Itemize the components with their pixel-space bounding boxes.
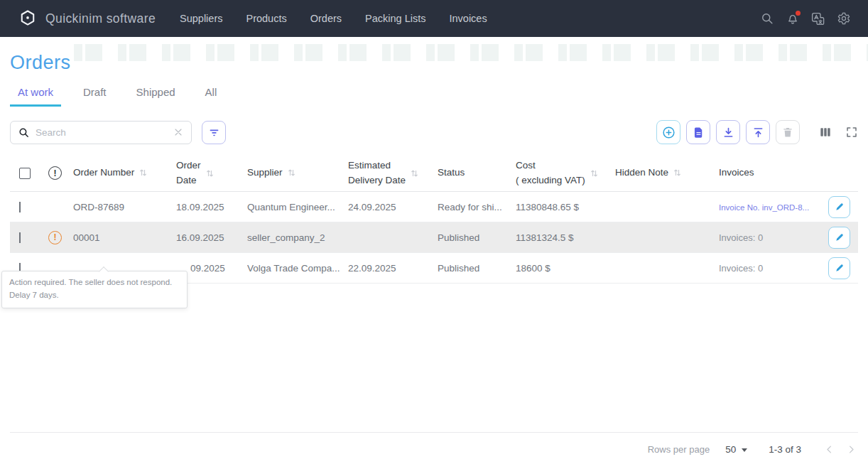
search-input[interactable] — [36, 127, 173, 138]
search-box — [10, 121, 192, 144]
supplier-cell: Volga Trade Compa... — [247, 263, 348, 274]
previous-page-button[interactable] — [824, 444, 835, 455]
nav-item-invoices[interactable]: Invoices — [449, 13, 487, 24]
tab-draft[interactable]: Draft — [75, 86, 114, 107]
pencil-icon — [834, 201, 845, 212]
orders-table: ! Order Number Order Date Supplier Estim… — [10, 155, 858, 284]
supplier-cell: Quantum Engineer... — [247, 202, 348, 212]
search-icon[interactable] — [759, 11, 774, 26]
invoices-count: Invoices: 0 — [719, 232, 763, 243]
column-status: Status — [438, 166, 516, 180]
nav-item-orders[interactable]: Orders — [310, 13, 342, 24]
trash-icon — [781, 126, 794, 139]
add-order-button[interactable] — [656, 120, 680, 144]
delete-button[interactable] — [776, 120, 800, 144]
gear-icon[interactable] — [836, 11, 851, 26]
upload-icon — [752, 126, 765, 139]
sort-icon[interactable] — [590, 169, 598, 178]
order-date-cell: 16.09.2025 — [176, 232, 247, 243]
column-invoices: Invoices — [719, 166, 828, 180]
tab-at-work[interactable]: At work — [10, 86, 61, 107]
pencil-icon — [834, 262, 845, 274]
chevron-right-icon — [846, 444, 857, 455]
columns-icon — [818, 125, 832, 139]
pencil-icon — [834, 232, 845, 243]
column-cost[interactable]: Cost ( excluding VAT) — [516, 158, 615, 188]
pagination-range: 1-3 of 3 — [769, 444, 801, 455]
toolbar — [651, 120, 858, 144]
fullscreen-icon — [845, 126, 858, 139]
column-order-number[interactable]: Order Number — [73, 166, 176, 180]
cost-cell: 18600 $ — [516, 263, 615, 274]
sort-icon[interactable] — [288, 168, 295, 177]
search-input-icon — [18, 126, 30, 139]
order-date-cell: 18.09.2025 — [176, 202, 247, 212]
chevron-left-icon — [824, 444, 835, 455]
document-button[interactable] — [686, 120, 710, 144]
edit-order-button[interactable] — [828, 227, 850, 249]
filter-button[interactable] — [202, 121, 226, 144]
estimated-delivery-cell: 24.09.2025 — [348, 202, 438, 212]
status-cell: Published — [438, 263, 516, 274]
tab-all[interactable]: All — [197, 86, 225, 107]
sort-icon[interactable] — [411, 169, 418, 178]
cost-cell: 11381324.5 $ — [516, 232, 615, 243]
navbar-actions — [759, 11, 851, 26]
row-checkbox[interactable] — [19, 202, 21, 212]
add-icon — [661, 125, 676, 140]
document-icon — [692, 126, 705, 139]
sort-icon[interactable] — [673, 168, 681, 177]
column-supplier[interactable]: Supplier — [247, 166, 348, 180]
table-header-row: ! Order Number Order Date Supplier Estim… — [10, 155, 858, 192]
table-row: ORD-87689 18.09.2025 Quantum Engineer...… — [10, 192, 858, 222]
status-cell: Ready for shi... — [438, 202, 516, 212]
supplier-cell: seller_company_2 — [247, 232, 348, 243]
column-order-date[interactable]: Order Date — [176, 158, 247, 188]
download-icon — [722, 126, 735, 139]
column-hidden-note[interactable]: Hidden Note — [615, 166, 719, 180]
rows-per-page-label: Rows per page — [648, 444, 710, 455]
fullscreen-button[interactable] — [845, 126, 858, 139]
bell-icon[interactable] — [785, 11, 800, 26]
order-tabs: At work Draft Shipped All — [10, 86, 858, 107]
order-number-cell: 00001 — [73, 232, 176, 243]
brand-name: Quickinim software — [45, 11, 156, 26]
table-controls — [10, 120, 858, 144]
table-row: ! 00001 16.09.2025 seller_company_2 Publ… — [10, 222, 858, 253]
upload-button[interactable] — [746, 120, 770, 144]
columns-button[interactable] — [818, 125, 832, 139]
tab-shipped[interactable]: Shipped — [129, 86, 183, 107]
next-page-button[interactable] — [846, 444, 857, 455]
filter-icon — [207, 126, 221, 139]
notification-badge — [796, 11, 801, 16]
edit-order-button[interactable] — [828, 257, 850, 279]
edit-order-button[interactable] — [828, 196, 850, 218]
language-icon[interactable] — [810, 11, 825, 26]
column-estimated-delivery-date[interactable]: Estimated Delivery Date — [348, 158, 438, 188]
select-all-checkbox[interactable] — [19, 168, 31, 179]
nav-item-packing-lists[interactable]: Packing Lists — [365, 13, 425, 24]
status-cell: Published — [438, 232, 516, 243]
page-title: Orders — [10, 51, 858, 74]
app-logo-icon[interactable] — [18, 9, 37, 28]
cost-cell: 11380848.65 $ — [516, 202, 615, 212]
row-checkbox[interactable] — [19, 232, 21, 243]
invoice-link[interactable]: Invoice No. inv_ORD-8... — [719, 203, 809, 212]
warning-column-icon: ! — [48, 166, 62, 180]
warning-tooltip: Action required. The seller does not res… — [1, 271, 188, 308]
nav-item-products[interactable]: Products — [246, 13, 286, 24]
main-nav: Suppliers Products Orders Packing Lists … — [180, 13, 487, 24]
rows-per-page-select[interactable]: 50 — [725, 444, 747, 455]
caret-down-icon — [742, 448, 747, 452]
sort-icon[interactable] — [206, 169, 214, 178]
download-button[interactable] — [716, 120, 740, 144]
invoices-count: Invoices: 0 — [719, 263, 763, 274]
estimated-delivery-cell: 22.09.2025 — [348, 263, 438, 274]
clear-search-icon[interactable] — [173, 126, 184, 138]
sort-icon[interactable] — [139, 168, 147, 177]
nav-item-suppliers[interactable]: Suppliers — [180, 13, 222, 24]
pagination: Rows per page 50 1-3 of 3 — [10, 433, 858, 466]
orders-page: Orders At work Draft Shipped All — [0, 51, 868, 466]
top-navbar: Quickinim software Suppliers Products Or… — [0, 0, 868, 37]
warning-icon[interactable]: ! — [48, 231, 62, 244]
